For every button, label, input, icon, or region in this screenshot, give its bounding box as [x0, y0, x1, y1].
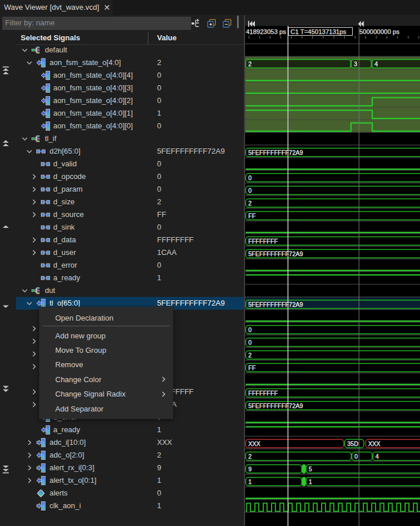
svg-text:2: 2 — [249, 352, 252, 359]
svg-text:3: 3 — [354, 60, 357, 67]
svg-text:XXX: XXX — [249, 440, 261, 447]
svg-text:XXX: XXX — [368, 440, 380, 447]
svg-text:FFFFFFFF: FFFFFFFF — [249, 390, 278, 397]
svg-text:2: 2 — [249, 60, 252, 67]
svg-text:4: 4 — [376, 453, 379, 460]
svg-text:5FEFFFFFFFF72A9: 5FEFFFFFFFF72A9 — [249, 402, 303, 409]
svg-text:FF: FF — [249, 212, 256, 219]
svg-text:5FEFFFFFFFF72A9: 5FEFFFFFFFF72A9 — [249, 301, 303, 308]
svg-text:5FEFFFFFFFF72A9: 5FEFFFFFFFF72A9 — [249, 149, 303, 156]
svg-text:1: 1 — [309, 478, 312, 485]
svg-text:4: 4 — [375, 60, 378, 67]
svg-text:5FEFFFFFFFF72A9: 5FEFFFFFFFF72A9 — [249, 250, 303, 257]
svg-text:0: 0 — [354, 453, 358, 460]
svg-text:9: 9 — [249, 466, 252, 472]
svg-text:0: 0 — [249, 326, 252, 333]
svg-text:0: 0 — [249, 174, 252, 181]
svg-text:0: 0 — [249, 187, 252, 194]
svg-text:500000000 ps: 500000000 ps — [360, 28, 400, 35]
svg-text:C1 T=450137131ps: C1 T=450137131ps — [291, 28, 346, 35]
svg-text:2: 2 — [249, 453, 252, 460]
svg-text:35D: 35D — [348, 440, 359, 447]
svg-text:5: 5 — [309, 466, 312, 472]
svg-text:2: 2 — [249, 200, 252, 207]
svg-text:FF: FF — [249, 364, 256, 371]
svg-text:FFFFFFFF: FFFFFFFF — [249, 238, 278, 245]
svg-text:1: 1 — [249, 478, 252, 485]
svg-text:0: 0 — [249, 339, 252, 346]
